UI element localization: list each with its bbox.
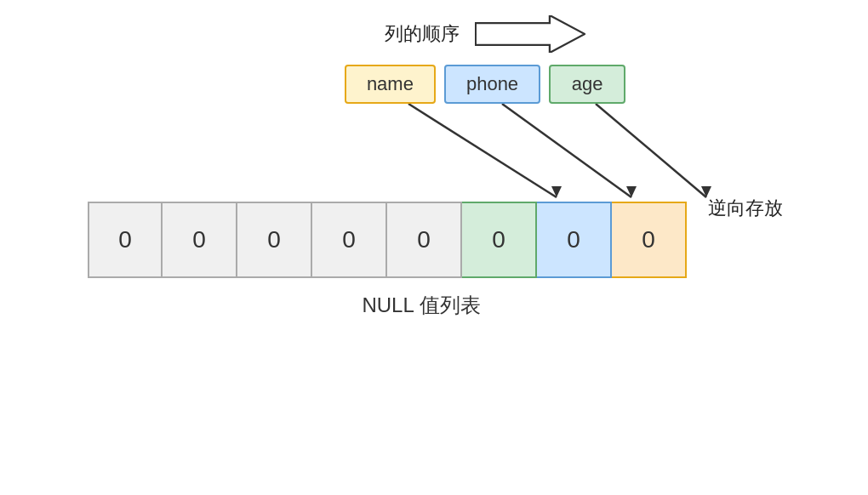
arrow-label: 列的顺序 [385, 21, 460, 47]
cell-7-orange: 0 [612, 202, 687, 278]
col-age-box: age [549, 65, 625, 104]
columns-row: name phone age [345, 65, 625, 104]
svg-marker-0 [476, 15, 585, 53]
cells-row: 0 0 0 0 0 0 0 0 [88, 202, 687, 278]
diagram-container: 列的顺序 name phone age [0, 0, 868, 495]
cell-4: 0 [387, 202, 462, 278]
col-name-label: name [367, 73, 414, 94]
cell-3: 0 [312, 202, 387, 278]
col-name-box: name [345, 65, 436, 104]
col-phone-box: phone [444, 65, 540, 104]
svg-line-1 [408, 104, 557, 197]
col-age-label: age [572, 73, 603, 94]
arrow-row: 列的顺序 [385, 15, 585, 53]
lines-svg [145, 104, 808, 202]
arrow-shape [475, 15, 585, 53]
cell-0: 0 [88, 202, 163, 278]
null-label: NULL 值列表 [362, 292, 480, 319]
cell-1: 0 [163, 202, 237, 278]
col-phone-label: phone [466, 73, 518, 94]
cell-6-blue: 0 [537, 202, 612, 278]
cell-5-green: 0 [462, 202, 537, 278]
cell-2: 0 [237, 202, 312, 278]
reverse-label: 逆向存放 [708, 196, 783, 221]
